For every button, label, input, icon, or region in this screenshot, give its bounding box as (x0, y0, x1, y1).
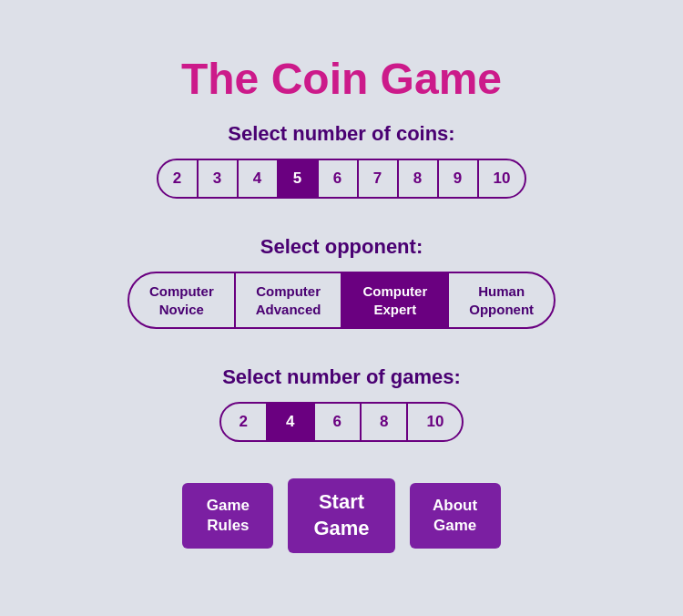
game-rules-button[interactable]: GameRules (182, 483, 273, 549)
coins-label: Select number of coins: (228, 122, 454, 146)
opponent-option-3[interactable]: HumanOpponent (449, 273, 554, 327)
opponent-label: Select opponent: (260, 235, 423, 259)
coin-option-4[interactable]: 4 (239, 160, 279, 197)
opponent-option-1[interactable]: ComputerAdvanced (236, 273, 343, 327)
coin-option-10[interactable]: 10 (479, 160, 525, 197)
coins-selector: 2345678910 (157, 159, 527, 199)
games-selector: 246810 (219, 402, 464, 442)
main-container: The Coin Game Select number of coins: 23… (0, 36, 683, 580)
opponent-option-2[interactable]: ComputerExpert (342, 273, 449, 327)
coin-option-9[interactable]: 9 (439, 160, 479, 197)
bottom-buttons: GameRules StartGame AboutGame (182, 478, 500, 552)
games-option-2[interactable]: 2 (221, 404, 268, 440)
coin-option-8[interactable]: 8 (399, 160, 439, 197)
opponent-selector: ComputerNoviceComputerAdvancedComputerEx… (127, 272, 556, 329)
games-label: Select number of games: (222, 365, 461, 389)
about-game-button[interactable]: AboutGame (410, 483, 501, 549)
coin-option-6[interactable]: 6 (319, 160, 359, 197)
start-game-button[interactable]: StartGame (288, 478, 394, 552)
coin-option-3[interactable]: 3 (199, 160, 239, 197)
coin-option-7[interactable]: 7 (359, 160, 399, 197)
coin-option-5[interactable]: 5 (279, 160, 319, 197)
page-title: The Coin Game (181, 54, 502, 104)
games-option-10[interactable]: 10 (408, 404, 462, 440)
opponent-option-0[interactable]: ComputerNovice (129, 273, 236, 327)
games-option-6[interactable]: 6 (315, 404, 362, 440)
coin-option-2[interactable]: 2 (158, 160, 199, 197)
games-option-4[interactable]: 4 (268, 404, 314, 440)
games-option-8[interactable]: 8 (362, 404, 408, 440)
